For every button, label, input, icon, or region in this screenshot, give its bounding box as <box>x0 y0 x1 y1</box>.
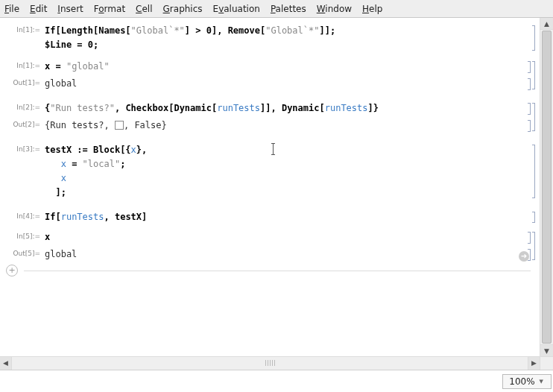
cell-in2[interactable]: In[2]:= {"Run tests?", Checkbox[Dynamic[… <box>3 101 537 116</box>
scroll-up-icon[interactable]: ▲ <box>540 18 553 30</box>
code: ]]; <box>319 25 335 36</box>
cell-out2[interactable]: Out[2]= {Run tests?, , False} <box>3 118 537 133</box>
code: ] > 0], Remove[ <box>185 25 265 36</box>
output-text: Run tests? <box>50 120 104 130</box>
string: "Global`*" <box>265 25 319 36</box>
cell-bracket[interactable] <box>532 212 535 223</box>
symbol: x <box>61 173 66 183</box>
menu-format[interactable]: Format <box>94 4 125 14</box>
chevron-down-icon: ▼ <box>540 379 543 385</box>
cell-bracket[interactable] <box>532 25 535 51</box>
string: "Global`*" <box>131 25 185 36</box>
output-text: global <box>45 78 77 89</box>
menu-window[interactable]: Window <box>317 4 352 14</box>
cell-body[interactable]: x <box>45 230 537 244</box>
vertical-scrollbar[interactable]: ▲ ▼ <box>540 18 553 356</box>
cell-body: {Run tests?, , False} <box>45 118 537 133</box>
cell-bracket[interactable] <box>532 232 535 260</box>
cell-out1[interactable]: Out[1]= global <box>3 77 537 91</box>
cell-label: In[5]:= <box>3 230 45 240</box>
symbol: runTests <box>325 103 368 113</box>
code: , testX] <box>104 212 147 222</box>
cell-in4[interactable]: In[4]:= If[runTests, testX] <box>3 210 537 224</box>
cell-label: In[3]:= <box>3 143 45 153</box>
cell-body[interactable]: {"Run tests?", Checkbox[Dynamic[runTests… <box>45 101 537 116</box>
code: ]; <box>55 187 66 197</box>
code: , Checkbox[Dynamic[ <box>115 103 217 113</box>
scroll-right-icon[interactable]: ▶ <box>528 357 540 370</box>
cell-in3[interactable]: In[3]:= testX := Block[{x}, x = "local";… <box>3 143 537 200</box>
code: If[Length[Names[ <box>45 25 131 36</box>
cell-body[interactable]: testX := Block[{x}, x = "local"; x ]; <box>45 143 537 200</box>
symbol: runTests <box>61 212 104 222</box>
cell-label: In[1]:= <box>3 24 45 34</box>
output-text: , <box>124 120 134 130</box>
cell-bracket[interactable] <box>532 103 535 131</box>
zoom-selector[interactable]: 100% ▼ <box>502 374 552 389</box>
cell-label: Out[5]= <box>3 247 45 257</box>
code: }, <box>136 145 147 155</box>
menu-help[interactable]: Help <box>362 4 382 14</box>
menubar: File Edit Insert Format Cell Graphics Ev… <box>0 0 553 18</box>
string: "local" <box>83 159 121 169</box>
cell-in1a[interactable]: In[1]:= If[Length[Names["Global`*"] > 0]… <box>3 24 537 52</box>
output-text: , <box>104 120 114 130</box>
evaluate-icon[interactable]: ➜ <box>519 251 529 262</box>
cell-body[interactable]: x = "global" <box>45 60 537 74</box>
symbol: x <box>131 145 136 155</box>
horizontal-scrollbar[interactable]: ◀ ▶ <box>0 356 540 370</box>
cell-body: global <box>45 77 537 91</box>
code: testX := Block[{ <box>45 145 131 155</box>
symbol: runTests <box>217 103 260 113</box>
scroll-corner <box>540 356 553 370</box>
window-resize-grip-icon[interactable] <box>261 360 279 366</box>
code: ]} <box>368 103 379 113</box>
scroll-down-icon[interactable]: ▼ <box>540 344 553 356</box>
statusbar: 100% ▼ <box>0 370 553 392</box>
scroll-thumb[interactable] <box>542 31 552 344</box>
text-cursor-icon <box>273 143 274 155</box>
insertion-bar[interactable] <box>24 271 531 271</box>
cell-label: In[4]:= <box>3 210 45 220</box>
cell-bracket[interactable] <box>532 61 535 89</box>
menu-cell[interactable]: Cell <box>136 4 152 14</box>
cell-label: In[2]:= <box>3 101 45 111</box>
cell-body[interactable]: If[runTests, testX] <box>45 210 537 224</box>
code: ; <box>120 159 125 169</box>
cell-label: In[1]:= <box>3 60 45 69</box>
cell-in5[interactable]: In[5]:= x <box>3 230 537 244</box>
zoom-value: 100% <box>509 376 534 387</box>
notebook-content[interactable]: In[1]:= If[Length[Names["Global`*"] > 0]… <box>0 18 540 356</box>
menu-insert[interactable]: Insert <box>57 4 83 14</box>
menu-graphics[interactable]: Graphics <box>163 4 203 14</box>
string: "Run tests?" <box>50 103 115 113</box>
notebook-frame: In[1]:= If[Length[Names["Global`*"] > 0]… <box>0 18 553 370</box>
menu-evaluation[interactable]: Evaluation <box>213 4 260 14</box>
code: If[ <box>45 212 61 222</box>
cell-bracket[interactable] <box>532 145 535 198</box>
code: x <box>45 232 50 242</box>
checkbox[interactable] <box>115 121 124 130</box>
code: = <box>66 159 83 169</box>
code: $Line = 0; <box>45 39 98 50</box>
cell-label: Out[1]= <box>3 77 45 86</box>
code: ]], Dynamic[ <box>260 103 325 113</box>
string: "global" <box>66 61 110 72</box>
cell-body[interactable]: If[Length[Names["Global`*"] > 0], Remove… <box>45 24 537 52</box>
output-text: False <box>134 120 161 130</box>
menu-file[interactable]: File <box>4 4 19 14</box>
cell-out5[interactable]: Out[5]= global <box>3 247 537 262</box>
menu-palettes[interactable]: Palettes <box>271 4 306 14</box>
symbol: x <box>61 159 66 169</box>
output-text: global <box>45 249 77 259</box>
scroll-left-icon[interactable]: ◀ <box>0 357 12 370</box>
cell-in1b[interactable]: In[1]:= x = "global" <box>3 60 537 74</box>
add-cell-button[interactable]: + <box>6 265 18 276</box>
cell-body: global <box>45 247 537 262</box>
menu-edit[interactable]: Edit <box>30 4 47 14</box>
code: x = <box>45 61 66 72</box>
output-text: } <box>162 120 167 130</box>
cell-label: Out[2]= <box>3 118 45 128</box>
